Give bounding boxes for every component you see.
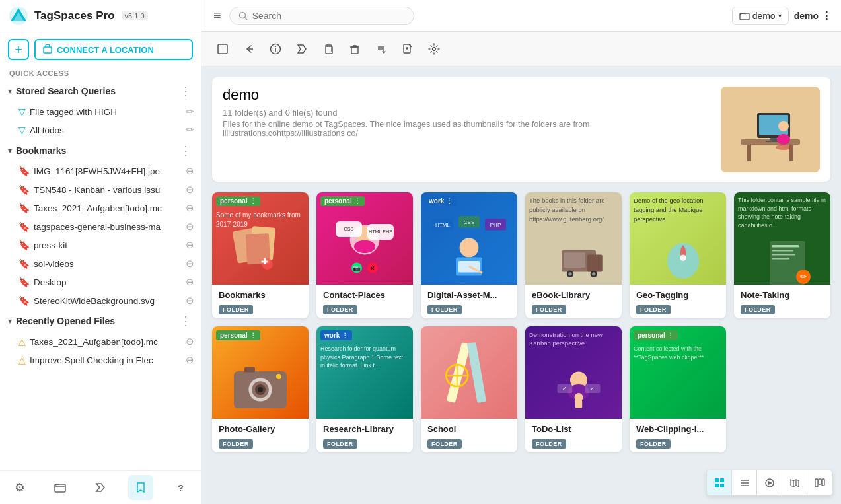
folder-card-geo[interactable]: Demo of the geo location tagging and the… <box>630 192 726 318</box>
folder-thumb-note: This folder contains sample file in mark… <box>734 192 830 285</box>
svg-rect-69 <box>772 245 799 248</box>
remove-icon-4[interactable]: ⊖ <box>186 221 194 233</box>
svg-text:✓: ✓ <box>562 386 567 392</box>
edit-icon-2[interactable]: ✏ <box>186 124 194 136</box>
add-file-icon <box>401 42 414 55</box>
tag-menu-icon-photo[interactable]: ⋮ <box>250 332 256 339</box>
sidebar-item-desktop[interactable]: 🔖 Desktop ⊖ <box>0 273 201 291</box>
sidebar-item-all-todos[interactable]: ▽ All todos ✏ <box>0 121 201 139</box>
remove-icon-r0[interactable]: ⊖ <box>186 336 194 347</box>
svg-rect-7 <box>740 13 749 20</box>
recently-opened-section[interactable]: ▾ Recently Opened Files ⋮ <box>0 310 201 332</box>
map-view-button[interactable] <box>782 470 807 495</box>
sidebar-item-img1161[interactable]: 🔖 IMG_1161[8FWH5JW4+FH].jpe ⊖ <box>0 162 201 180</box>
tag-chip-personal-photo: personal ⋮ <box>216 330 260 340</box>
section-menu-icon[interactable]: ⋮ <box>177 83 194 100</box>
kanban-view-button[interactable] <box>807 470 832 495</box>
remove-icon-8[interactable]: ⊖ <box>186 295 194 306</box>
go-back-button[interactable] <box>237 37 261 61</box>
sidebar-item-label-r1: Improve Spell Checking in Elec <box>30 355 182 365</box>
folder-card-name-todo: ToDo-List <box>532 424 615 434</box>
folder-card-contact[interactable]: personal ⋮ CSS HTML PHP 📷 <box>316 192 413 318</box>
tag-menu-icon[interactable]: ⋮ <box>250 198 256 205</box>
user-menu-button[interactable]: demo ⋮ <box>794 9 832 22</box>
sidebar-item-presskit[interactable]: 🔖 press-kit ⊖ <box>0 236 201 254</box>
copy-button[interactable] <box>316 37 340 61</box>
tag-menu-icon-3[interactable]: ⋮ <box>446 198 453 205</box>
bookmarks-tab-button[interactable] <box>128 475 153 500</box>
chevron-down-icon-3: ▾ <box>8 316 12 326</box>
tag-menu-icon-research[interactable]: ⋮ <box>342 332 348 339</box>
remove-icon[interactable]: ⊖ <box>186 165 194 177</box>
info-button[interactable]: i <box>264 37 287 61</box>
sidebar-item-sol-videos[interactable]: 🔖 sol-videos ⊖ <box>0 254 201 273</box>
folder-card-research[interactable]: work ⋮ Research folder for quantum physi… <box>316 326 413 452</box>
remove-icon-7[interactable]: ⊖ <box>186 276 194 288</box>
sort-button[interactable] <box>369 37 393 61</box>
remove-icon-r1[interactable]: ⊖ <box>186 354 194 366</box>
recently-opened-menu-icon[interactable]: ⋮ <box>177 312 194 330</box>
user-menu-dots: ⋮ <box>821 9 832 22</box>
sidebar-item-label-bm5: sol-videos <box>34 259 182 269</box>
sidebar-item-file-tagged-high[interactable]: ▽ File tagged with HIGH ✏ <box>0 102 201 121</box>
list-view-button[interactable] <box>732 470 757 495</box>
svg-text:i: i <box>274 45 276 53</box>
remove-icon-3[interactable]: ⊖ <box>186 202 194 214</box>
version-badge: v5.1.0 <box>122 11 148 20</box>
svg-rect-23 <box>747 145 751 161</box>
folder-card-digital[interactable]: work ⋮ HTML CSS PHP <box>421 192 517 318</box>
sidebar-item-tsn548[interactable]: 🔖 TSN548 - Kanban - various issu ⊖ <box>0 180 201 199</box>
search-input[interactable] <box>252 11 406 21</box>
folder-thumb-geo: Demo of the geo location tagging and the… <box>630 192 726 285</box>
bookmarks-menu-icon[interactable]: ⋮ <box>177 142 194 159</box>
folder-card-name-research: Research-Library <box>323 424 406 434</box>
tag-menu-icon-webclip[interactable]: ⋮ <box>667 332 674 339</box>
folder-card-bookmarks[interactable]: personal ⋮ Some of my bookmarks from 201… <box>212 192 309 318</box>
hamburger-menu-button[interactable]: ≡ <box>211 5 224 26</box>
svg-point-29 <box>778 121 789 131</box>
sidebar-item-label-bm0: IMG_1161[8FWH5JW4+FH].jpe <box>34 166 182 176</box>
edit-icon[interactable]: ✏ <box>186 106 194 118</box>
connect-location-button[interactable]: CONNECT A LOCATION <box>34 39 193 60</box>
folder-settings-button[interactable] <box>422 37 446 61</box>
settings-button[interactable]: ⚙ <box>7 475 32 500</box>
locations-button[interactable] <box>48 475 73 500</box>
list-icon <box>739 478 750 488</box>
sidebar-item-improve-spell[interactable]: △ Improve Spell Checking in Elec ⊖ <box>0 351 201 369</box>
tag-action-icon <box>295 42 309 55</box>
grid-view-button[interactable] <box>707 470 732 495</box>
remove-icon-6[interactable]: ⊖ <box>186 258 194 270</box>
select-all-button[interactable] <box>211 37 235 61</box>
stored-search-section[interactable]: ▾ Stored Search Queries ⋮ <box>0 80 201 102</box>
tags-button[interactable] <box>88 475 113 500</box>
media-view-button[interactable] <box>757 470 782 495</box>
chevron-down-icon: ▾ <box>8 87 12 96</box>
remove-icon-2[interactable]: ⊖ <box>186 184 194 196</box>
folder-card-webclip[interactable]: personal ⋮ Content collected with the **… <box>630 326 726 452</box>
delete-button[interactable] <box>343 37 367 61</box>
folder-card-photo[interactable]: personal ⋮ Photo-Gallery FOLDER <box>212 326 309 452</box>
add-file-button[interactable] <box>396 37 420 61</box>
filter-icon: ▽ <box>18 106 26 117</box>
svg-rect-70 <box>772 250 793 251</box>
help-button[interactable]: ? <box>168 475 194 500</box>
sidebar-item-tagspaces-biz[interactable]: 🔖 tagspaces-general-business-ma ⊖ <box>0 217 201 236</box>
location-selector-button[interactable]: demo ▾ <box>732 7 789 25</box>
sidebar-item-stereokit[interactable]: 🔖 StereoKitWideBackground.svg ⊖ <box>0 291 201 310</box>
sidebar-item-taxes[interactable]: 🔖 Taxes_2021_Aufgaben[todo].mc ⊖ <box>0 199 201 217</box>
bookmarks-section[interactable]: ▾ Bookmarks ⋮ <box>0 139 201 162</box>
folder-badge-bookmarks: FOLDER <box>219 305 253 314</box>
tag-menu-icon-2[interactable]: ⋮ <box>354 198 361 205</box>
select-all-icon <box>216 42 229 55</box>
folder-card-body-school: School FOLDER <box>421 419 517 452</box>
sidebar-item-taxes-recent[interactable]: △ Taxes_2021_Aufgaben[todo].mc ⊖ <box>0 332 201 351</box>
remove-icon-5[interactable]: ⊖ <box>186 239 194 251</box>
add-button[interactable]: + <box>8 39 29 60</box>
folder-card-school[interactable]: School FOLDER <box>421 326 517 452</box>
folder-card-note[interactable]: This folder contains sample file in mark… <box>734 192 830 318</box>
folder-badge-school: FOLDER <box>427 439 462 449</box>
tag-button[interactable] <box>290 37 314 61</box>
folder-card-ebook[interactable]: The books in this folder are publicly av… <box>525 192 622 318</box>
search-icon <box>238 11 248 21</box>
folder-card-todo[interactable]: Demonstration on the new Kanban perspect… <box>525 326 622 452</box>
